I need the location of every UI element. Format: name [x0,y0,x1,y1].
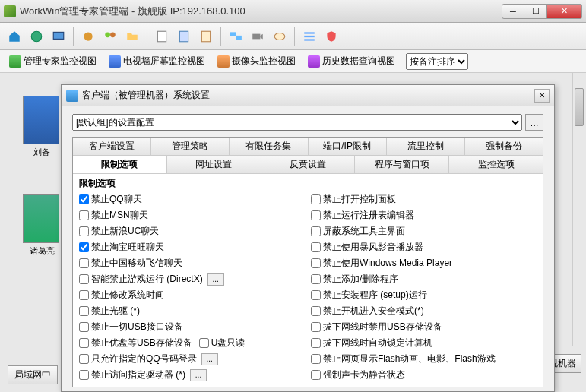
chk-wmp[interactable] [311,258,321,268]
lan-button[interactable]: 局域网中 [8,365,58,384]
tab-force-backup[interactable]: 强制备份 [465,138,543,155]
chk-regedit[interactable] [311,210,321,220]
svg-point-11 [274,33,285,40]
scrollbar[interactable] [572,73,584,346]
chk-storm[interactable] [311,242,321,252]
view-label: 历史数据查询视图 [322,55,395,68]
screens-icon[interactable] [226,27,245,46]
chk-label: 禁止开机进入安全模式(*) [323,305,424,318]
sort-select[interactable]: 按备注排序 [406,53,468,70]
chk-qq-allow[interactable] [79,354,89,364]
shield-icon[interactable] [322,27,341,46]
svg-point-4 [110,32,116,37]
dialog-icon [66,90,78,102]
chk-directx-game[interactable] [79,274,89,284]
chk-all-usb[interactable] [79,322,89,332]
monitor-view-icon [9,55,21,68]
chk-setup[interactable] [311,290,321,300]
camera-icon[interactable] [248,27,268,46]
settings-dialog: 客户端（被管理机器）系统设置 ✕ [默认组]的设置配置 ... 客户端设置 管理… [61,84,555,392]
view-bar: 管理专家监控视图 电视墙屏幕监控视图 摄像头监控视图 历史数据查询视图 按备注排… [0,50,586,73]
monitor-icon[interactable] [49,27,68,46]
svg-point-2 [84,32,92,40]
chk-mute[interactable] [311,370,321,380]
view-label: 电视墙屏幕监控视图 [123,55,205,68]
chk-uc[interactable] [79,226,89,236]
maximize-button[interactable]: ☐ [524,4,547,19]
chk-label: 禁止MSN聊天 [91,209,148,222]
home-icon[interactable] [5,27,24,46]
chk-drive-access[interactable] [79,370,89,380]
thumbnail-icon [23,96,59,144]
directx-more-button[interactable]: ... [207,273,224,286]
gear-icon[interactable] [78,27,98,46]
tab-program-window[interactable]: 程序与窗口项 [355,156,449,173]
tvwall-view-icon [109,55,121,68]
dialog-titlebar: 客户端（被管理机器）系统设置 ✕ [62,85,554,106]
chk-wangwang[interactable] [79,242,89,252]
close-button[interactable]: ✕ [547,4,582,19]
view-tab-monitor[interactable]: 管理专家监控视图 [5,52,101,70]
window-title: WorkWin管理专家管理端 - 旗舰版 IP:192.168.0.100 [20,5,502,18]
doc2-icon[interactable] [174,27,194,46]
app-icon [4,5,16,17]
tab-url[interactable]: 网址设置 [167,156,261,173]
chk-flash[interactable] [311,354,321,364]
tab-restrict[interactable]: 限制选项 [73,156,167,173]
tab-flow-control[interactable]: 流里控制 [387,138,465,155]
chk-safemode[interactable] [311,306,321,316]
svg-rect-5 [157,31,166,42]
chk-label: 禁止运行注册表编辑器 [323,209,414,222]
chk-lock-netdown[interactable] [311,338,321,348]
chk-cdrom[interactable] [79,306,89,316]
globe-icon[interactable] [27,27,46,46]
chk-label: 屏蔽系统工具主界面 [323,225,405,238]
scroll-thumb[interactable] [575,88,584,126]
view-tab-history[interactable]: 历史数据查询视图 [303,52,400,70]
tab-antiyellow[interactable]: 反黄设置 [261,156,356,173]
view-label: 管理专家监控视图 [24,55,97,68]
chk-usb-netdown[interactable] [311,322,321,332]
client-thumb-1[interactable]: 刘备 [23,96,61,166]
tab-task-set[interactable]: 有限任务集 [230,138,308,155]
chk-qq[interactable] [79,194,89,204]
tab-manage-policy[interactable]: 管理策略 [151,138,230,155]
chk-control-panel[interactable] [311,194,321,204]
svg-rect-9 [236,35,242,40]
restrict-panel: 限制选项 禁止QQ聊天 禁止MSN聊天 禁止新浪UC聊天 禁止淘宝旺旺聊天 禁止… [73,174,543,392]
chk-usb-readonly[interactable] [199,338,209,348]
svg-rect-10 [252,33,260,39]
doc1-icon[interactable] [152,27,172,46]
chk-fetion[interactable] [79,258,89,268]
view-tab-camera[interactable]: 摄像头监控视图 [213,52,300,70]
client-name: 诸葛亮 [23,245,61,257]
client-thumb-2[interactable]: 诸葛亮 [23,194,61,264]
chk-systime[interactable] [79,290,89,300]
tab-port-ip[interactable]: 端口/IP限制 [309,138,387,155]
users-icon[interactable] [100,27,120,46]
chk-add-remove[interactable] [311,274,321,284]
folder-icon[interactable] [122,27,142,46]
qq-allow-more-button[interactable]: ... [201,353,218,365]
chk-label: U盘只读 [211,337,245,349]
view-tab-tvwall[interactable]: 电视墙屏幕监控视图 [104,52,210,70]
chk-usb-storage[interactable] [79,338,89,348]
chk-label: 拔下网线时自动锁定计算机 [323,337,432,349]
doc3-icon[interactable] [196,27,216,46]
svg-rect-6 [179,31,188,42]
config-more-button[interactable]: ... [525,114,543,131]
eye-icon[interactable] [270,27,290,46]
list-icon[interactable] [299,27,319,46]
chk-label: 禁止打开控制面板 [323,193,396,206]
tab-monitor-options[interactable]: 监控选项 [449,156,543,173]
chk-msn[interactable] [79,210,89,220]
sort-select-wrap: 按备注排序 [406,53,468,70]
tab-client-settings[interactable]: 客户端设置 [73,138,151,155]
tabset: 客户端设置 管理策略 有限任务集 端口/IP限制 流里控制 强制备份 限制选项 … [72,137,543,387]
chk-systools[interactable] [311,226,321,236]
svg-rect-14 [304,39,315,40]
dialog-close-button[interactable]: ✕ [534,89,550,103]
minimize-button[interactable]: ─ [502,4,524,19]
drive-more-button[interactable]: ... [190,369,207,381]
config-group-select[interactable]: [默认组]的设置配置 [72,114,522,131]
